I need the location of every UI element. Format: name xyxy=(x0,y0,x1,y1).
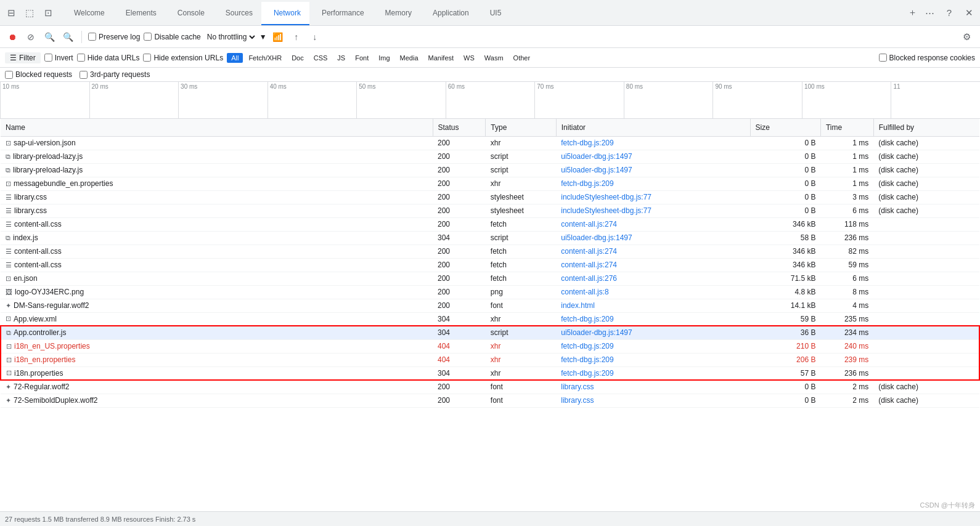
column-header-name[interactable]: Name xyxy=(1,119,433,136)
initiator-link[interactable]: content-all.js:274 xyxy=(561,247,617,256)
initiator-link[interactable]: includeStylesheet-dbg.js:77 xyxy=(561,193,651,201)
row-initiator[interactable]: fetch-dbg.js:209 xyxy=(556,312,750,326)
type-btn-other[interactable]: Other xyxy=(509,53,535,63)
search-button[interactable]: 🔍 xyxy=(60,30,75,44)
initiator-link[interactable]: content-all.js:274 xyxy=(561,261,617,269)
column-header-size[interactable]: Size xyxy=(750,119,820,136)
invert-checkbox[interactable] xyxy=(44,54,52,62)
tab-network[interactable]: Network xyxy=(261,2,309,25)
initiator-link[interactable]: includeStylesheet-dbg.js:77 xyxy=(561,206,651,215)
invert-label[interactable]: Invert xyxy=(44,54,73,62)
table-row[interactable]: 🖼logo-OYJ34ERC.png200pngcontent-all.js:8… xyxy=(1,285,979,299)
record-button[interactable]: ⏺ xyxy=(5,30,20,44)
initiator-link[interactable]: content-all.js:276 xyxy=(561,274,617,283)
initiator-link[interactable]: content-all.js:274 xyxy=(561,220,617,229)
type-btn-doc[interactable]: Doc xyxy=(287,53,308,63)
row-initiator[interactable]: fetch-dbg.js:209 xyxy=(556,353,750,366)
settings-button[interactable]: ⚙ xyxy=(958,28,975,46)
more-tools-button[interactable]: ⋯ xyxy=(921,4,938,22)
type-btn-font[interactable]: Font xyxy=(351,53,373,63)
table-row[interactable]: ⧉library-preload-lazy.js200scriptui5load… xyxy=(1,163,979,177)
row-initiator[interactable]: content-all.js:276 xyxy=(556,272,750,285)
throttle-selector[interactable]: No throttling ▼ xyxy=(205,32,267,42)
tab-ui5[interactable]: UI5 xyxy=(478,2,510,25)
initiator-link[interactable]: ui5loader-dbg.js:1497 xyxy=(561,166,632,174)
type-btn-media[interactable]: Media xyxy=(396,53,423,63)
filter-button[interactable]: ☰ Filter xyxy=(5,52,41,63)
row-initiator[interactable]: fetch-dbg.js:209 xyxy=(556,177,750,190)
tab-welcome[interactable]: Welcome xyxy=(62,2,113,25)
row-initiator[interactable]: content-all.js:274 xyxy=(556,258,750,272)
row-initiator[interactable]: ui5loader-dbg.js:1497 xyxy=(556,231,750,245)
third-party-requests-label[interactable]: 3rd-party requests xyxy=(80,70,150,79)
row-initiator[interactable]: library.css xyxy=(556,394,750,407)
table-row[interactable]: ✦72-Regular.woff2200fontlibrary.css0 B2 … xyxy=(1,380,979,394)
initiator-link[interactable]: content-all.js:8 xyxy=(561,288,608,296)
tab-performance[interactable]: Performance xyxy=(309,2,373,25)
close-button[interactable]: ✕ xyxy=(960,4,978,22)
disable-cache-label[interactable]: Disable cache xyxy=(144,33,200,41)
table-row[interactable]: ☰library.css200stylesheetincludeStyleshe… xyxy=(1,204,979,217)
row-initiator[interactable]: ui5loader-dbg.js:1497 xyxy=(556,326,750,339)
initiator-link[interactable]: fetch-dbg.js:209 xyxy=(561,315,613,323)
row-initiator[interactable]: content-all.js:8 xyxy=(556,285,750,299)
row-initiator[interactable]: includeStylesheet-dbg.js:77 xyxy=(556,190,750,204)
disable-cache-checkbox[interactable] xyxy=(144,33,152,41)
row-initiator[interactable]: fetch-dbg.js:209 xyxy=(556,339,750,353)
initiator-link[interactable]: ui5loader-dbg.js:1497 xyxy=(561,233,632,242)
blocked-response-cookies-label[interactable]: Blocked response cookies xyxy=(879,54,975,62)
type-btn-all[interactable]: All xyxy=(227,53,243,63)
row-initiator[interactable]: includeStylesheet-dbg.js:77 xyxy=(556,204,750,217)
table-row[interactable]: ☰library.css200stylesheetincludeStyleshe… xyxy=(1,190,979,204)
table-row[interactable]: ⧉library-preload-lazy.js200scriptui5load… xyxy=(1,150,979,163)
table-row[interactable]: ⊡messagebundle_en.properties200xhrfetch-… xyxy=(1,177,979,190)
table-row[interactable]: ✦DM-Sans-regular.woff2200fontindex.html1… xyxy=(1,299,979,312)
table-row[interactable]: ✦72-SemiboldDuplex.woff2200fontlibrary.c… xyxy=(1,394,979,407)
toggle-drawer-button[interactable]: ⊟ xyxy=(2,4,20,22)
blocked-response-cookies-checkbox[interactable] xyxy=(879,54,887,62)
help-button[interactable]: ? xyxy=(941,4,958,22)
column-header-type[interactable]: Type xyxy=(486,119,556,136)
table-row[interactable]: ☰content-all.css200fetchcontent-all.js:2… xyxy=(1,245,979,258)
row-initiator[interactable]: fetch-dbg.js:209 xyxy=(556,136,750,150)
initiator-link[interactable]: ui5loader-dbg.js:1497 xyxy=(561,152,632,161)
type-btn-wasm[interactable]: Wasm xyxy=(480,53,508,63)
tab-sources[interactable]: Sources xyxy=(213,2,261,25)
initiator-link[interactable]: fetch-dbg.js:209 xyxy=(561,342,613,350)
table-row[interactable]: ⊡i18n_en_US.properties404xhrfetch-dbg.js… xyxy=(1,339,979,353)
initiator-link[interactable]: ui5loader-dbg.js:1497 xyxy=(561,328,632,337)
table-row[interactable]: ⧉App.controller.js304scriptui5loader-dbg… xyxy=(1,326,979,339)
type-btn-css[interactable]: CSS xyxy=(309,53,332,63)
table-row[interactable]: ⊡App.view.xml304xhrfetch-dbg.js:20959 B2… xyxy=(1,312,979,326)
preserve-log-label[interactable]: Preserve log xyxy=(88,33,140,41)
table-row[interactable]: ⊡sap-ui-version.json200xhrfetch-dbg.js:2… xyxy=(1,136,979,150)
preserve-log-checkbox[interactable] xyxy=(88,33,96,41)
initiator-link[interactable]: library.css xyxy=(561,396,594,405)
table-row[interactable]: ⊡i18n.properties304xhrfetch-dbg.js:20957… xyxy=(1,366,979,380)
type-btn-js[interactable]: JS xyxy=(333,53,349,63)
dock-button[interactable]: ⬚ xyxy=(21,4,38,22)
table-row[interactable]: ⊡i18n_en.properties404xhrfetch-dbg.js:20… xyxy=(1,353,979,366)
column-header-initiator[interactable]: Initiator xyxy=(556,119,750,136)
tab-application[interactable]: Application xyxy=(420,2,478,25)
filter-toggle-button[interactable]: 🔍 xyxy=(42,30,57,44)
type-btn-ws[interactable]: WS xyxy=(459,53,479,63)
initiator-link[interactable]: fetch-dbg.js:209 xyxy=(561,369,613,378)
third-party-requests-checkbox[interactable] xyxy=(80,71,88,79)
row-initiator[interactable]: ui5loader-dbg.js:1497 xyxy=(556,150,750,163)
wifi-icon-button[interactable]: 📶 xyxy=(271,30,285,44)
type-btn-fetch_xhr[interactable]: Fetch/XHR xyxy=(244,53,286,63)
column-header-status[interactable]: Status xyxy=(433,119,486,136)
table-row[interactable]: ⧉index.js304scriptui5loader-dbg.js:14975… xyxy=(1,231,979,245)
initiator-link[interactable]: fetch-dbg.js:209 xyxy=(561,139,613,147)
hide-extension-urls-checkbox[interactable] xyxy=(143,54,151,62)
table-row[interactable]: ☰content-all.css200fetchcontent-all.js:2… xyxy=(1,217,979,231)
hide-extension-urls-label[interactable]: Hide extension URLs xyxy=(143,54,223,62)
tab-memory[interactable]: Memory xyxy=(373,2,420,25)
type-btn-img[interactable]: Img xyxy=(374,53,394,63)
tab-console[interactable]: Console xyxy=(165,2,213,25)
clear-button[interactable]: ⊘ xyxy=(23,30,38,44)
row-initiator[interactable]: fetch-dbg.js:209 xyxy=(556,366,750,380)
type-btn-manifest[interactable]: Manifest xyxy=(424,53,459,63)
table-row[interactable]: ⊡en.json200fetchcontent-all.js:27671.5 k… xyxy=(1,272,979,285)
